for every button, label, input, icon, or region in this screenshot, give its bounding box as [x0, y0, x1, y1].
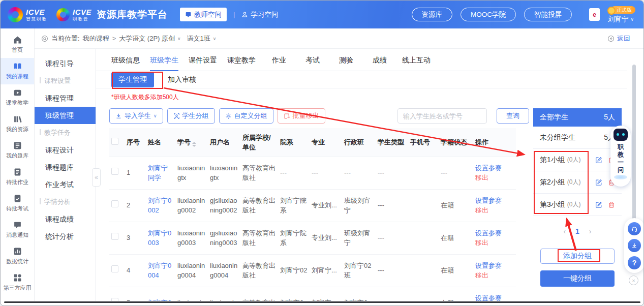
- customer-service-button[interactable]: [628, 222, 641, 235]
- row-checkbox[interactable]: [111, 200, 118, 207]
- sidebar-item-8[interactable]: 数据统计: [1, 243, 34, 269]
- back-button[interactable]: 返回: [607, 34, 630, 43]
- edit-icon[interactable]: [595, 157, 602, 164]
- sidebar-item-3[interactable]: 我的资源: [1, 111, 34, 137]
- tab-4[interactable]: 作业: [272, 49, 286, 71]
- breadcrumb-class[interactable]: 语文1班: [187, 34, 210, 43]
- sidebar-item-2[interactable]: 课堂教学: [1, 84, 34, 111]
- sidebar-item-1[interactable]: 我的课程: [1, 58, 34, 84]
- main-content: 班级信息班级学生课件设置课堂教学作业考试测验成绩线上互动 学生管理 加入审核 *…: [96, 49, 643, 301]
- sidebar-item-7[interactable]: 消息通知: [1, 217, 34, 243]
- row-checkbox[interactable]: [111, 298, 118, 301]
- add-group-button[interactable]: 添加分组: [540, 249, 615, 264]
- menu-item-10[interactable]: 统计分析: [35, 228, 96, 245]
- menu-item-0[interactable]: 课程引导: [35, 55, 96, 72]
- learning-space-button[interactable]: 学习空间: [241, 10, 278, 19]
- smart-casting-link[interactable]: 智能投屏: [524, 8, 572, 21]
- select-all-checkbox[interactable]: [111, 138, 118, 145]
- query-button[interactable]: 查询: [497, 108, 529, 124]
- tab-2[interactable]: 课件设置: [189, 49, 217, 71]
- tab-7[interactable]: 成绩: [373, 49, 387, 71]
- menu-item-9[interactable]: 课程成绩: [35, 210, 96, 228]
- cell-value: 专业刘...: [312, 201, 337, 209]
- download-button[interactable]: [628, 239, 641, 252]
- data-cell: ---: [376, 157, 408, 189]
- group-ungrouped-students[interactable]: 未分组学生 5人: [533, 127, 622, 149]
- cell-value: 高等教育出版社: [242, 262, 275, 280]
- space-switcher: 教师空间 | 学习空间: [180, 8, 278, 21]
- row-number: 1: [127, 169, 130, 176]
- student-name-link[interactable]: 刘宵宁0: [148, 299, 171, 301]
- student-table-wrap: 序号姓名学号用户名所属学校/单位院系专业行政班学生类型手机号学籍状态操作1刘宵宁…: [109, 129, 516, 301]
- breadcrumb-course[interactable]: 大学语文 (2P) 原创: [119, 34, 175, 43]
- group-all-students[interactable]: 全部学生 5人: [533, 108, 622, 127]
- set-contest-link[interactable]: 设置参赛: [475, 293, 514, 301]
- sidebar-item-0[interactable]: 首页: [1, 32, 34, 58]
- tab-1[interactable]: 班级学生: [150, 49, 178, 71]
- menu-item-5[interactable]: 课程设计: [35, 141, 96, 159]
- tab-6[interactable]: 测验: [339, 49, 353, 71]
- student-grouping-button[interactable]: 学生分组: [167, 108, 215, 124]
- subtab-student-management[interactable]: 学生管理: [111, 72, 154, 87]
- sidebar-item-6[interactable]: 待批考试: [1, 190, 34, 217]
- remove-student-link[interactable]: 移出: [475, 238, 514, 248]
- next-page-button[interactable]: ›: [589, 227, 592, 235]
- sidebar-item-4[interactable]: 我的题库: [1, 137, 34, 164]
- auto-group-button[interactable]: 一键分组: [540, 270, 615, 287]
- group-item-2[interactable]: 第2小组(0人): [533, 171, 622, 194]
- group-name: 第2小组: [540, 178, 565, 187]
- assistant-widget[interactable]: 职教一问: [610, 126, 631, 187]
- remove-student-link[interactable]: 移出: [475, 270, 514, 281]
- search-input[interactable]: [397, 108, 487, 124]
- set-contest-link[interactable]: 设置参赛: [475, 196, 514, 206]
- student-name-link[interactable]: 刘宵宁0002: [148, 197, 171, 215]
- sort-icon[interactable]: [192, 142, 196, 147]
- resource-library-link[interactable]: 资源库: [412, 8, 453, 21]
- breadcrumb-my-courses[interactable]: 我的课程: [83, 34, 109, 43]
- tab-8[interactable]: 线上互动: [402, 49, 431, 71]
- tab-3[interactable]: 课堂教学: [227, 49, 256, 71]
- course-dropdown-icon[interactable]: ∨: [177, 36, 181, 41]
- group-item-3[interactable]: 第3小组(0人): [533, 194, 622, 216]
- teacher-space-button[interactable]: 教师空间: [180, 8, 227, 21]
- group-item-1[interactable]: 第1小组(0人): [533, 149, 622, 171]
- sidebar-collapse-handle[interactable]: «: [92, 168, 101, 187]
- doc-badge-icon[interactable]: e: [589, 8, 600, 21]
- subtab-join-audit[interactable]: 加入审核: [168, 75, 196, 84]
- class-dropdown-icon[interactable]: ∨: [213, 36, 217, 41]
- close-widget-button[interactable]: ×: [629, 276, 638, 285]
- set-contest-link[interactable]: 设置参赛: [475, 163, 514, 173]
- tab-0[interactable]: 班级信息: [111, 49, 140, 71]
- student-name-link[interactable]: 刘宵宁0004: [148, 262, 171, 280]
- help-button[interactable]: ?: [628, 256, 641, 269]
- row-checkbox[interactable]: [111, 168, 118, 175]
- row-checkbox[interactable]: [111, 265, 118, 272]
- menu-item-2[interactable]: 课程管理: [35, 89, 96, 107]
- remove-student-link[interactable]: 移出: [475, 173, 514, 183]
- remove-student-link[interactable]: 移出: [475, 205, 514, 216]
- sidebar-item-9[interactable]: 第三方应用: [1, 269, 34, 296]
- custom-grouping-button[interactable]: 自定义分组: [219, 108, 273, 124]
- user-menu[interactable]: 刘宵宁∨: [608, 16, 634, 23]
- edit-icon[interactable]: [595, 179, 602, 186]
- edit-icon[interactable]: [595, 201, 602, 208]
- student-name-link[interactable]: 刘宵宁同学: [148, 164, 168, 182]
- prev-page-button[interactable]: ‹: [564, 227, 566, 235]
- tab-5[interactable]: 考试: [305, 49, 320, 71]
- menu-item-6[interactable]: 课程题库: [35, 159, 96, 176]
- cell-value: 刘宵宁院系: [280, 197, 306, 215]
- icve-zhihuizhijiao-logo[interactable]: ICVE智慧职教 ICVE职教云: [8, 7, 91, 22]
- menu-item-7[interactable]: 作业考试: [35, 176, 96, 193]
- menu-item-3[interactable]: 班级管理: [35, 107, 96, 124]
- student-name-link[interactable]: 刘宵宁0003: [148, 229, 171, 247]
- batch-remove-button[interactable]: 批量移出: [278, 108, 325, 124]
- sidebar-item-label: 待批作业: [6, 178, 28, 186]
- mooc-academy-link[interactable]: MOOC学院: [461, 8, 516, 21]
- import-students-button[interactable]: 导入学生 ∨: [109, 108, 163, 124]
- row-checkbox[interactable]: [111, 233, 118, 240]
- set-contest-link[interactable]: 设置参赛: [475, 228, 514, 238]
- current-page[interactable]: 1: [575, 227, 579, 235]
- sidebar-item-5[interactable]: 待批作业: [1, 164, 34, 190]
- trash-icon[interactable]: [608, 201, 615, 208]
- set-contest-link[interactable]: 设置参赛: [475, 261, 514, 271]
